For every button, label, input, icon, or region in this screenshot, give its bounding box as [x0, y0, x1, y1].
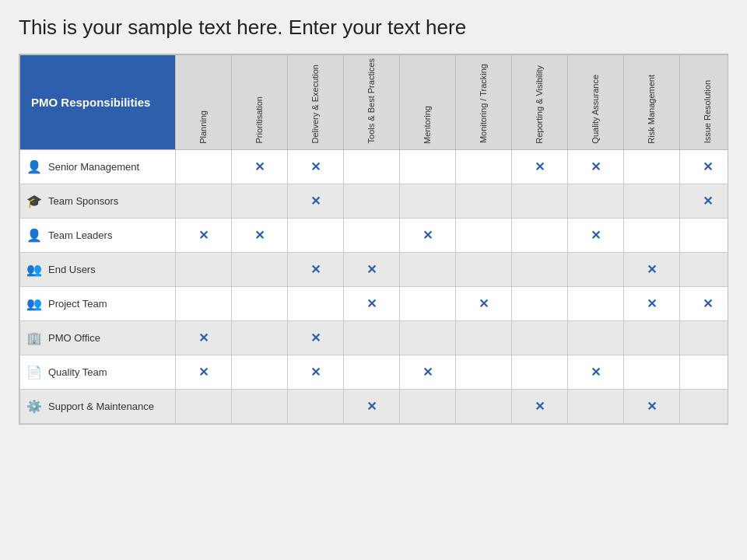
- row-icon: 🏢: [26, 331, 42, 345]
- check-mark: ✕: [591, 366, 601, 379]
- cell-6-0: ✕: [176, 355, 232, 390]
- table-row: 🎓Team Sponsors✕✕: [20, 184, 729, 219]
- cell-0-2: ✕: [288, 150, 344, 184]
- row-label-text: Project Team: [48, 298, 107, 310]
- table-row: 👥End Users✕✕✕: [20, 253, 729, 287]
- table-row: 🏢PMO Office✕✕: [20, 321, 729, 355]
- cell-2-4: ✕: [400, 219, 456, 253]
- check-mark: ✕: [703, 297, 713, 310]
- cell-6-7: ✕: [568, 355, 624, 390]
- col-header-8: Risk Management: [624, 55, 680, 150]
- cell-0-1: ✕: [232, 150, 288, 184]
- check-mark: ✕: [198, 331, 209, 345]
- cell-7-5: [456, 390, 512, 424]
- cell-0-8: [624, 150, 680, 184]
- table-header-row: PMO Responsibilities PlanningPrioritisat…: [20, 55, 729, 150]
- row-label-text: PMO Office: [48, 332, 100, 344]
- cell-5-9: [680, 321, 729, 355]
- cell-2-0: ✕: [176, 219, 232, 253]
- cell-6-9: [680, 355, 729, 390]
- cell-7-6: ✕: [512, 390, 568, 424]
- check-mark: ✕: [198, 229, 209, 242]
- table-row: 📄Quality Team✕✕✕✕: [20, 355, 729, 390]
- row-icon: 👤: [26, 228, 42, 243]
- table-row: 👤Team Leaders✕✕✕✕: [20, 219, 729, 253]
- cell-7-9: [680, 390, 729, 424]
- cell-7-3: ✕: [344, 390, 400, 424]
- cell-0-3: [344, 150, 400, 184]
- cell-6-8: [624, 355, 680, 390]
- cell-4-4: [400, 287, 456, 321]
- cell-5-1: [232, 321, 288, 355]
- cell-0-9: ✕: [680, 150, 729, 184]
- page-title: This is your sample text here. Enter you…: [19, 16, 728, 40]
- cell-1-2: ✕: [288, 184, 344, 219]
- check-mark: ✕: [310, 194, 321, 208]
- table-row: 👥Project Team✕✕✕✕: [20, 287, 729, 321]
- check-mark: ✕: [591, 160, 601, 173]
- check-mark: ✕: [479, 297, 489, 310]
- cell-2-9: [680, 219, 729, 253]
- row-label-text: Team Sponsors: [48, 195, 118, 207]
- row-icon: ⚙️: [26, 399, 42, 414]
- row-icon: 👥: [26, 262, 42, 277]
- cell-1-4: [400, 184, 456, 219]
- cell-3-2: ✕: [288, 253, 344, 287]
- check-mark: ✕: [703, 160, 713, 173]
- check-mark: ✕: [310, 366, 321, 379]
- cell-4-8: ✕: [624, 287, 680, 321]
- cell-7-1: [232, 390, 288, 424]
- cell-1-0: [176, 184, 232, 219]
- cell-6-4: ✕: [400, 355, 456, 390]
- pmo-table-wrapper: PMO Responsibilities PlanningPrioritisat…: [19, 54, 728, 425]
- row-label-3: 👥End Users: [20, 253, 176, 287]
- check-mark: ✕: [366, 263, 377, 276]
- col-header-1: Prioritisation: [232, 55, 288, 150]
- row-label-text: Quality Team: [48, 366, 107, 378]
- cell-5-5: [456, 321, 512, 355]
- cell-2-5: [456, 219, 512, 253]
- col-header-9: Issue Resolution: [680, 55, 729, 150]
- check-mark: ✕: [647, 297, 657, 310]
- cell-2-3: [344, 219, 400, 253]
- cell-7-4: [400, 390, 456, 424]
- row-icon: 📄: [26, 365, 42, 380]
- row-icon: 👥: [26, 296, 42, 311]
- cell-4-3: ✕: [344, 287, 400, 321]
- row-label-5: 🏢PMO Office: [20, 321, 176, 355]
- col-header-5: Monitoring / Tracking: [456, 55, 512, 150]
- cell-6-3: [344, 355, 400, 390]
- check-mark: ✕: [310, 160, 321, 173]
- cell-2-7: ✕: [568, 219, 624, 253]
- check-mark: ✕: [647, 400, 657, 413]
- cell-3-3: ✕: [344, 253, 400, 287]
- row-label-2: 👤Team Leaders: [20, 219, 176, 253]
- cell-0-5: [456, 150, 512, 184]
- cell-1-8: [624, 184, 680, 219]
- cell-7-0: [176, 390, 232, 424]
- cell-5-0: ✕: [176, 321, 232, 355]
- cell-1-7: [568, 184, 624, 219]
- col-header-4: Mentoring: [400, 55, 456, 150]
- cell-4-0: [176, 287, 232, 321]
- cell-5-2: ✕: [288, 321, 344, 355]
- row-icon: 🎓: [26, 194, 42, 208]
- cell-4-9: ✕: [680, 287, 729, 321]
- cell-1-1: [232, 184, 288, 219]
- cell-1-3: [344, 184, 400, 219]
- check-mark: ✕: [198, 366, 209, 379]
- cell-3-7: [568, 253, 624, 287]
- cell-0-6: ✕: [512, 150, 568, 184]
- cell-6-5: [456, 355, 512, 390]
- cell-4-5: ✕: [456, 287, 512, 321]
- cell-5-6: [512, 321, 568, 355]
- cell-1-9: ✕: [680, 184, 729, 219]
- cell-4-1: [232, 287, 288, 321]
- check-mark: ✕: [310, 331, 321, 345]
- check-mark: ✕: [254, 160, 265, 173]
- cell-5-7: [568, 321, 624, 355]
- cell-3-4: [400, 253, 456, 287]
- cell-3-9: [680, 253, 729, 287]
- row-label-1: 🎓Team Sponsors: [20, 184, 176, 219]
- row-label-6: 📄Quality Team: [20, 355, 176, 390]
